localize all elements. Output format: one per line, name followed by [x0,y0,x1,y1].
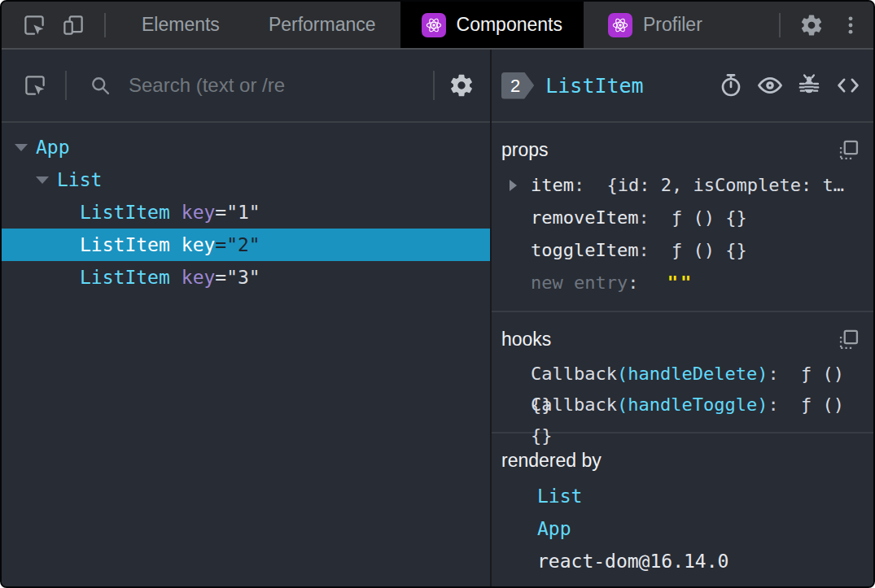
hook-kind: Callback [531,394,617,415]
rendered-by-list-link[interactable]: List [501,480,860,512]
component-name: ListItem [80,267,170,288]
view-source-button[interactable] [833,70,864,101]
owner-link[interactable]: App [537,518,571,539]
expand-arrow-icon[interactable] [510,180,517,191]
devtools-tab-bar: Elements Performance Components [2,2,873,50]
toolbar-divider [779,13,781,37]
prop-row-toggleitem[interactable]: toggleItem: ƒ () {} [501,234,860,267]
copy-icon [838,139,860,162]
search-input[interactable] [127,73,425,98]
rendered-by-section: rendered by List App react-dom@16.14.0 [492,433,873,588]
toolbar-divider [65,71,67,100]
debug-component-button[interactable] [794,70,825,101]
key-attribute-value: ="2" [215,234,260,255]
tree-toolbar [2,50,490,123]
collapse-arrow-icon[interactable] [15,144,28,151]
bug-icon [796,72,822,98]
key-attribute-name: key [182,234,216,255]
component-name: ListItem [80,202,170,223]
props-section: props item: {id: 2, isComplete: t… [492,123,873,312]
react-icon [608,13,632,37]
devtools-settings-button[interactable] [792,6,831,45]
component-name: List [57,169,102,190]
prop-name: removeItem [531,207,638,228]
inspect-cursor-icon [22,13,46,37]
copy-props-button[interactable] [838,139,860,162]
select-element-button[interactable] [16,67,54,104]
new-entry-value[interactable]: "" [667,272,694,293]
device-toolbar-button[interactable] [54,6,93,45]
inspect-element-button[interactable] [15,6,54,45]
tab-label: Elements [142,14,220,36]
component-name: ListItem [80,234,170,255]
key-attribute-name: key [182,202,216,223]
tab-elements[interactable]: Elements [117,2,244,48]
hook-kind: Callback [531,364,617,384]
prop-value: {id: 2, isComplete: t… [606,175,843,195]
hook-name: (handleDelete) [617,364,768,384]
colon: : [628,272,638,293]
selected-index-badge: 2 [501,72,534,99]
suspend-component-button[interactable] [715,70,746,101]
more-options-button[interactable] [831,6,870,45]
prop-row-removeitem[interactable]: removeItem: ƒ () {} [501,202,860,234]
tab-components[interactable]: Components [400,2,584,48]
colon: : [574,175,584,195]
stopwatch-icon [718,72,744,98]
key-attribute-name: key [182,267,216,288]
hook-name: (handleToggle) [617,394,768,415]
prop-name: item [531,175,574,195]
view-settings-button[interactable] [443,67,480,104]
props-section-title: props [501,139,860,161]
colon: : [768,394,778,415]
tab-label: Components [457,14,562,36]
tab-label: Performance [269,14,376,36]
prop-value: ƒ () {} [672,207,747,228]
inspect-cursor-icon [23,73,47,98]
rendered-by-app-link[interactable]: App [501,512,860,545]
hook-row-handletoggle[interactable]: Callback(handleToggle): ƒ () {} [501,390,860,420]
copy-hooks-button[interactable] [838,329,860,351]
device-toolbar-icon [61,13,85,37]
selected-component-name: ListItem [545,74,643,98]
hook-row-handledelete[interactable]: Callback(handleDelete): ƒ () {} [501,359,860,390]
new-entry-label: new entry [531,272,628,293]
tab-performance[interactable]: Performance [244,2,400,48]
owner-link[interactable]: List [537,486,582,507]
colon: : [638,240,649,260]
tree-row-list[interactable]: List [2,163,490,196]
toolbar-divider [433,71,435,100]
tree-row-listitem-3[interactable]: ListItem key ="3" [2,261,490,294]
code-brackets-icon [834,72,862,99]
component-tree-panel: App List ListItem key ="1" ListItem key … [2,50,492,586]
react-icon [422,13,446,37]
hooks-section: hooks Callback(handleDelete): ƒ () {} [492,312,873,433]
inspect-dom-button[interactable] [755,70,785,101]
gear-icon [799,13,824,37]
key-attribute-value: ="3" [215,267,260,288]
kebab-menu-icon [839,14,862,37]
copy-icon [838,329,860,351]
prop-name: toggleItem [531,240,638,260]
eye-icon [756,72,784,99]
components-panel: App List ListItem key ="1" ListItem key … [2,50,873,586]
inspector-header: 2 ListItem [492,50,873,123]
devtools-window: Elements Performance Components [0,0,875,588]
prop-row-new-entry[interactable]: new entry: "" [501,267,860,299]
component-name: App [36,137,70,158]
hooks-section-title: hooks [501,329,860,351]
toolbar-divider [104,13,106,37]
tree-row-listitem-2-selected[interactable]: ListItem key ="2" [2,229,490,261]
tree-row-app[interactable]: App [2,131,490,163]
collapse-arrow-icon[interactable] [36,176,49,184]
inspector-panel: 2 ListItem [492,50,873,586]
tab-label: Profiler [643,14,702,36]
component-tree: App List ListItem key ="1" ListItem key … [2,123,490,586]
renderer-version: react-dom@16.14.0 [537,551,728,572]
tree-row-listitem-1[interactable]: ListItem key ="1" [2,196,490,229]
prop-row-item[interactable]: item: {id: 2, isComplete: t… [501,169,860,202]
colon: : [768,364,778,384]
gear-icon [448,72,475,98]
tab-profiler[interactable]: Profiler [584,2,727,48]
search-icon [81,67,119,104]
